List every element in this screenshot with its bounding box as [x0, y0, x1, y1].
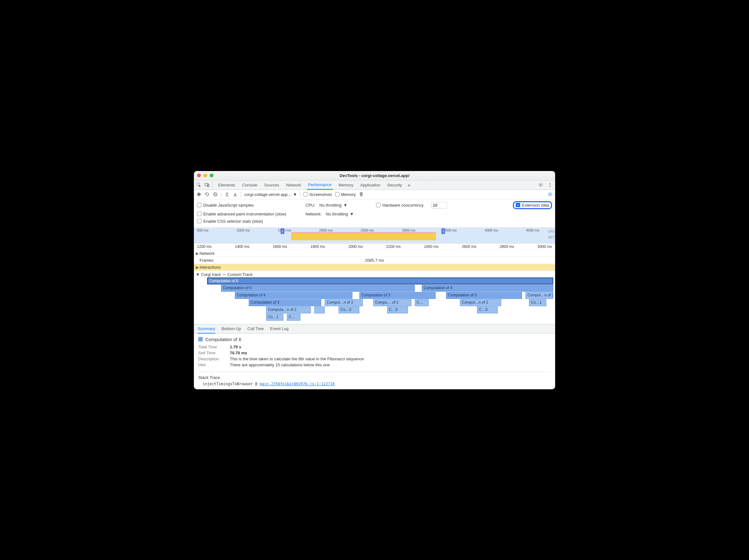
svg-point-6	[550, 186, 551, 187]
more-tabs-icon[interactable]: »	[408, 182, 413, 187]
flame-bar[interactable]: Comput…n of 2	[460, 299, 501, 306]
minimize-button[interactable]	[203, 174, 207, 177]
network-label: Network:	[305, 212, 322, 216]
stack-trace-title: Stack Trace	[198, 375, 551, 380]
flame-bar[interactable]: Computation of 3	[359, 292, 436, 299]
cpu-throttling-select[interactable]: No throttling▼	[318, 202, 349, 208]
svg-point-4	[550, 183, 551, 184]
flame-bar[interactable]: Co…1	[529, 299, 546, 306]
flame-bar[interactable]: Computa…n of 2	[266, 307, 311, 313]
capture-settings-icon[interactable]	[548, 192, 553, 197]
svg-point-3	[540, 184, 541, 185]
flame-bar[interactable]: Computation of 5	[221, 285, 415, 292]
tab-elements[interactable]: Elements	[217, 180, 236, 189]
cpu-label: CPU:	[305, 203, 315, 207]
check-icon: ✓	[516, 203, 520, 207]
flame-bar[interactable]	[314, 307, 325, 313]
tab-network[interactable]: Network	[285, 180, 303, 189]
self-time-value: 70.70 ms	[230, 351, 247, 355]
flame-bar[interactable]: Computation of 6	[207, 277, 553, 285]
chevron-down-icon: ▼	[196, 272, 200, 277]
tab-console[interactable]: Console	[241, 180, 258, 189]
flame-bar[interactable]: Co…0	[339, 307, 359, 313]
inspect-icon[interactable]	[196, 182, 201, 187]
devtools-window: DevTools - corgi-collage.vercel.app/ Ele…	[194, 171, 555, 389]
flame-bar[interactable]: Computation of 3	[446, 292, 522, 299]
traffic-lights	[197, 174, 213, 177]
svg-point-5	[550, 184, 551, 185]
tab-event-log[interactable]: Event Log	[270, 324, 289, 333]
paint-instrumentation-checkbox[interactable]: Enable advanced paint instrumentation (s…	[197, 212, 298, 216]
chevron-right-icon: ▶	[196, 265, 199, 270]
recording-dropdown[interactable]: corgi-collage.vercel.app…▼	[244, 192, 297, 197]
flame-bar[interactable]: C…0	[387, 307, 408, 313]
devtools-tabs: Elements Console Sources Network Perform…	[194, 180, 555, 190]
summary-title: Computation of 6	[205, 337, 241, 342]
color-swatch	[198, 337, 203, 341]
flame-bar[interactable]: Computation of 4	[235, 292, 352, 299]
tab-performance[interactable]: Performance	[307, 180, 333, 189]
range-handle-right[interactable]: ||	[441, 228, 445, 234]
hw-concurrency-checkbox[interactable]: Hardware concurrency	[376, 203, 424, 207]
overview-activity	[291, 232, 436, 240]
detail-tabs: Summary Bottom-Up Call Tree Event Log	[194, 324, 555, 334]
hint-value: There are approximately 15 calculations …	[230, 362, 330, 367]
maximize-button[interactable]	[210, 174, 213, 177]
network-track[interactable]: ▶Network	[194, 250, 555, 257]
total-time-value: 1.79 s	[230, 344, 241, 349]
range-handle-left[interactable]: ||	[281, 228, 284, 234]
device-toolbar-icon[interactable]	[205, 182, 210, 187]
reload-icon[interactable]	[205, 192, 210, 197]
tab-application[interactable]: Application	[359, 180, 382, 189]
flame-bar[interactable]: Comput…n of 2	[325, 299, 363, 306]
tab-memory[interactable]: Memory	[337, 180, 355, 189]
flame-chart[interactable]: Computation of 6 Computation of 5 Comput…	[207, 277, 553, 321]
network-throttling-select[interactable]: No throttling▼	[324, 211, 355, 217]
tab-bottom-up[interactable]: Bottom-Up	[221, 324, 241, 333]
close-button[interactable]	[197, 174, 201, 177]
clear-icon[interactable]	[213, 192, 218, 197]
timeline-ruler[interactable]: 1200 ms 1400 ms 1600 ms 1800 ms 2000 ms …	[194, 244, 555, 250]
flame-bar[interactable]: Compu… of 2	[373, 299, 411, 306]
custom-track: ▼Corgi track — Custom Track Computation …	[194, 271, 555, 324]
gear-icon[interactable]	[538, 182, 543, 187]
hw-concurrency-input[interactable]	[431, 202, 447, 208]
flame-bar[interactable]: Computation of 3	[249, 299, 322, 306]
download-icon[interactable]	[233, 192, 238, 197]
flame-bar[interactable]: Comput…n of 2	[526, 292, 553, 299]
flame-bar[interactable]: C…	[415, 299, 429, 306]
window-title: DevTools - corgi-collage.vercel.app/	[340, 173, 409, 178]
custom-track-header[interactable]: ▼Corgi track — Custom Track	[196, 271, 553, 277]
flame-bar[interactable]: Computation of 4	[422, 285, 553, 292]
capture-settings: Disable JavaScript samples CPU: No throt…	[194, 199, 555, 228]
performance-toolbar: corgi-collage.vercel.app…▼ Screenshots M…	[194, 190, 555, 199]
record-icon[interactable]	[196, 192, 201, 197]
memory-checkbox[interactable]: Memory	[335, 192, 356, 197]
extension-data-checkbox[interactable]: ✓ Extension data	[516, 203, 549, 207]
kebab-icon[interactable]	[548, 182, 553, 187]
trash-icon[interactable]	[359, 192, 364, 197]
disable-js-checkbox[interactable]: Disable JavaScript samples	[197, 203, 298, 207]
svg-point-10	[550, 194, 551, 195]
screenshots-checkbox[interactable]: Screenshots	[304, 192, 332, 197]
chevron-right-icon: ▶	[196, 251, 199, 256]
tab-sources[interactable]: Sources	[263, 180, 281, 189]
upload-icon[interactable]	[224, 192, 230, 197]
description-value: This is the time taken to calculate the …	[230, 357, 364, 361]
flame-bar[interactable]: C…0	[477, 307, 498, 313]
summary-panel: Computation of 6 Total Time1.79 s Self T…	[194, 334, 555, 389]
tab-security[interactable]: Security	[386, 180, 403, 189]
tab-summary[interactable]: Summary	[198, 324, 215, 334]
svg-point-8	[198, 194, 200, 195]
frames-track[interactable]: Frames2085.7 ms	[194, 257, 555, 264]
interactions-track[interactable]: ▶Interactions	[194, 264, 555, 271]
flame-bar[interactable]: Co…1	[266, 314, 283, 321]
title-bar: DevTools - corgi-collage.vercel.app/	[194, 171, 555, 180]
timeline-overview[interactable]: 500 ms 1000 ms 1500 ms 2000 ms 2500 ms 3…	[194, 228, 555, 244]
tab-call-tree[interactable]: Call Tree	[248, 324, 264, 333]
css-stats-checkbox[interactable]: Enable CSS selector stats (slow)	[197, 219, 263, 224]
flame-bar[interactable]: C…	[287, 314, 301, 321]
stack-trace-link[interactable]: main.2358fe1b2c80297b.js:1:122716	[260, 382, 335, 386]
